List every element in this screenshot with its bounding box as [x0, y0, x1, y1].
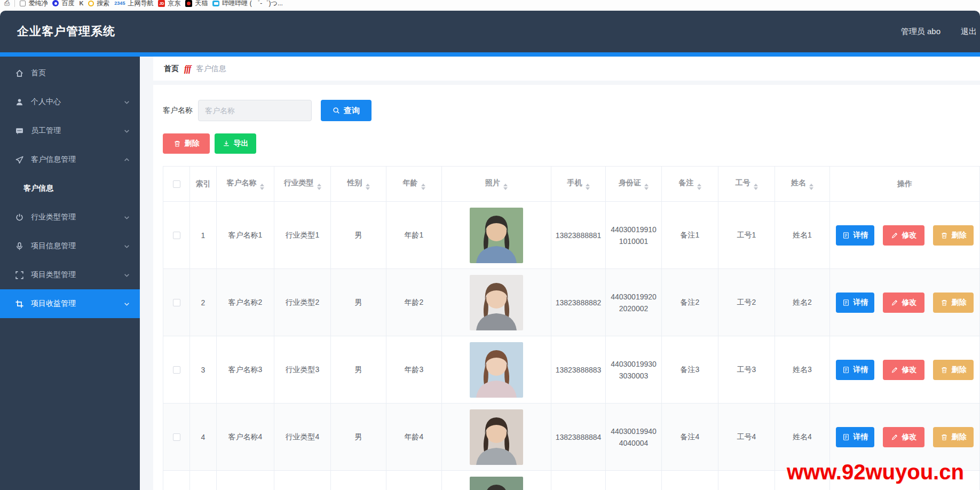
row-checkbox[interactable] — [173, 433, 180, 441]
portrait-photo-1 — [470, 208, 523, 263]
sort-carets-icon[interactable] — [754, 184, 758, 190]
column-header-age[interactable]: 年龄 — [386, 167, 442, 202]
breadcrumb-current: 客户信息 — [196, 64, 226, 74]
bookmark-item[interactable]: 天猫 — [185, 0, 208, 8]
edit-button-label: 修改 — [902, 365, 917, 375]
sidebar-item-项目类型管理[interactable]: 项目类型管理 — [0, 260, 140, 289]
sidebar-item-label: 项目类型管理 — [31, 270, 76, 280]
portrait-photo-3 — [470, 342, 523, 398]
phone-cell: 13823888884 — [551, 404, 606, 471]
bookmark-label: 爱纯净 — [28, 0, 48, 8]
row-delete-button[interactable]: 删除 — [933, 360, 974, 380]
customer-name-cell: 客户名称1 — [217, 202, 274, 269]
query-button[interactable]: 查询 — [321, 100, 372, 121]
chevron-down-icon — [123, 214, 130, 221]
column-header-gender[interactable]: 性别 — [331, 167, 386, 202]
sidebar-item-label: 客户信息 — [23, 184, 53, 193]
actions-cell: 详情 修改 删除 — [830, 269, 980, 336]
gender-cell: 男 — [331, 202, 386, 269]
sort-carets-icon[interactable] — [503, 184, 508, 190]
row-select-cell — [163, 202, 190, 269]
select-all-checkbox[interactable] — [173, 180, 180, 188]
bulk-delete-button[interactable]: 删除 — [163, 133, 210, 154]
column-header-industry[interactable]: 行业类型 — [274, 167, 331, 202]
sidebar-item-员工管理[interactable]: 员工管理 — [0, 116, 140, 145]
sort-carets-icon[interactable] — [644, 184, 649, 190]
column-header-phone[interactable]: 手机 — [551, 167, 606, 202]
edit-button[interactable]: 修改 — [883, 360, 924, 380]
sort-carets-icon[interactable] — [317, 184, 321, 190]
row-delete-button[interactable]: 删除 — [933, 225, 974, 246]
age-cell: 年龄1 — [386, 202, 442, 269]
bookmark-label: 上网导航 — [128, 0, 153, 8]
app-header: 企业客户管理系统 管理员 abo 退出 — [0, 11, 980, 52]
column-header-remark[interactable]: 备注 — [662, 167, 718, 202]
customer-name-input[interactable] — [198, 100, 312, 121]
bookmark-item[interactable]: ⎙ — [4, 0, 10, 7]
watermark: www.92wuyou.cn — [787, 460, 964, 484]
bookmark-item[interactable]: 搜索 — [88, 0, 109, 8]
edit-button[interactable]: 修改 — [883, 225, 924, 246]
sort-carets-icon[interactable] — [809, 184, 813, 190]
sidebar-item-项目收益管理[interactable]: 项目收益管理 — [0, 289, 140, 318]
export-button[interactable]: 导出 — [215, 133, 256, 154]
sidebar-item-label: 项目收益管理 — [31, 299, 76, 309]
age-cell: 年龄5 — [386, 471, 442, 490]
bookmark-item[interactable]: 哔哩哔哩 ( ゜-゜)つ... — [212, 0, 283, 8]
sidebar-item-行业类型管理[interactable]: 行业类型管理 — [0, 203, 140, 232]
column-header-idcard[interactable]: 身份证 — [606, 167, 662, 202]
industry-cell: 行业类型2 — [274, 269, 331, 336]
sidebar-item-项目信息管理[interactable]: 项目信息管理 — [0, 232, 140, 260]
gender-cell: 男 — [331, 404, 386, 471]
bookmark-item[interactable]: JD京东 — [158, 0, 180, 8]
bookmark-item[interactable]: 百度 — [52, 0, 74, 8]
edit-button[interactable]: 修改 — [883, 293, 924, 313]
sort-carets-icon[interactable] — [697, 184, 701, 190]
sidebar-menu: 首页个人中心员工管理客户信息管理客户信息行业类型管理项目信息管理项目类型管理项目… — [0, 59, 140, 318]
row-checkbox[interactable] — [173, 299, 180, 306]
column-header-personname[interactable]: 姓名 — [775, 167, 830, 202]
sort-carets-icon[interactable] — [260, 184, 264, 190]
edit-button[interactable]: 修改 — [883, 427, 924, 447]
actions-cell: 详情 修改 删除 — [830, 202, 980, 269]
photo-cell — [442, 202, 551, 269]
trash-icon — [941, 232, 948, 239]
personname-cell: 姓名1 — [775, 202, 830, 269]
sort-carets-icon[interactable] — [586, 184, 590, 190]
sidebar-item-个人中心[interactable]: 个人中心 — [0, 88, 140, 116]
column-header-jobno[interactable]: 工号 — [718, 167, 775, 202]
sort-carets-icon[interactable] — [366, 184, 370, 190]
sort-carets-icon[interactable] — [421, 184, 425, 190]
bookmark-item[interactable]: K — [79, 0, 83, 6]
detail-button[interactable]: 详情 — [836, 293, 874, 313]
table-header-row: 索引 客户名称 行业类型 性别 年龄 照片 手机 身份证 备注 工号 姓名 操作 — [163, 167, 980, 202]
sidebar-item-客户信息[interactable]: 客户信息 — [0, 174, 140, 203]
row-delete-button[interactable]: 删除 — [933, 293, 974, 313]
bookmark-item[interactable]: 爱纯净 — [20, 0, 48, 8]
detail-button[interactable]: 详情 — [836, 427, 874, 447]
detail-button[interactable]: 详情 — [836, 360, 874, 380]
row-checkbox[interactable] — [173, 366, 180, 374]
sidebar-item-首页[interactable]: 首页 — [0, 59, 140, 88]
logout-button[interactable]: 退出 — [961, 27, 977, 37]
customer-table: 索引 客户名称 行业类型 性别 年龄 照片 手机 身份证 备注 工号 姓名 操作 — [163, 166, 980, 490]
pen-icon — [891, 299, 898, 306]
row-delete-button[interactable]: 删除 — [933, 427, 974, 447]
bookmark-item[interactable]: 2345上网导航 — [114, 0, 153, 8]
column-header-photo[interactable]: 照片 — [442, 167, 551, 202]
bookmark-label: 搜索 — [97, 0, 109, 8]
user-info[interactable]: 管理员 abo — [901, 27, 941, 37]
photo-cell — [442, 471, 551, 490]
breadcrumb-home[interactable]: 首页 — [164, 64, 179, 74]
detail-button-label: 详情 — [853, 365, 868, 375]
personname-cell: 姓名2 — [775, 269, 830, 336]
mic-icon — [15, 242, 24, 251]
bulk-delete-label: 删除 — [185, 139, 200, 148]
detail-button[interactable]: 详情 — [836, 225, 874, 246]
column-header-name[interactable]: 客户名称 — [217, 167, 274, 202]
row-checkbox[interactable] — [173, 232, 180, 239]
sidebar-item-客户信息管理[interactable]: 客户信息管理 — [0, 145, 140, 174]
main-card: 客户名称 查询 删除 导出 — [153, 85, 980, 490]
bookmarks-bar: ⎙爱纯净百度K搜索2345上网导航JD京东天猫哔哩哔哩 ( ゜-゜)つ... — [0, 0, 980, 11]
remark-cell: 备注2 — [662, 269, 718, 336]
